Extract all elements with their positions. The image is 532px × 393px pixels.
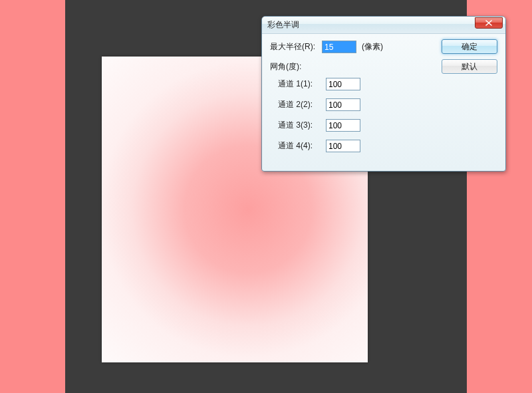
viewport: 彩色半调 最大半径(R): (像素) 网角(度): xyxy=(0,0,532,393)
ok-button[interactable]: 确定 xyxy=(442,39,497,54)
dialog-button-column: 确定 默认 xyxy=(442,39,497,74)
channel-4-row: 通道 4(4): xyxy=(270,140,497,152)
page-margin-left xyxy=(0,0,65,393)
channel-2-row: 通道 2(2): xyxy=(270,98,497,111)
default-button[interactable]: 默认 xyxy=(442,59,497,74)
photoshop-workspace: 彩色半调 最大半径(R): (像素) 网角(度): xyxy=(65,0,467,393)
channel-3-label: 通道 3(3): xyxy=(278,120,326,131)
channel-4-input[interactable] xyxy=(326,140,360,152)
dialog-body: 最大半径(R): (像素) 网角(度): 通道 1(1): 通道 2(2): 通… xyxy=(262,34,505,171)
max-radius-input[interactable] xyxy=(322,41,356,53)
channel-3-row: 通道 3(3): xyxy=(270,119,497,132)
channel-1-label: 通道 1(1): xyxy=(278,78,326,90)
channel-2-input[interactable] xyxy=(326,98,360,111)
close-button[interactable] xyxy=(475,17,503,29)
color-halftone-dialog: 彩色半调 最大半径(R): (像素) 网角(度): xyxy=(261,16,506,172)
dialog-title: 彩色半调 xyxy=(267,19,299,31)
channel-1-row: 通道 1(1): xyxy=(270,78,497,90)
channel-1-input[interactable] xyxy=(326,78,360,90)
channel-3-input[interactable] xyxy=(326,119,360,132)
channel-2-label: 通道 2(2): xyxy=(278,99,326,110)
close-icon xyxy=(485,20,493,26)
max-radius-label: 最大半径(R): xyxy=(270,41,322,53)
max-radius-unit: (像素) xyxy=(362,41,383,53)
dialog-titlebar[interactable]: 彩色半调 xyxy=(262,17,505,34)
channel-4-label: 通道 4(4): xyxy=(278,140,326,152)
